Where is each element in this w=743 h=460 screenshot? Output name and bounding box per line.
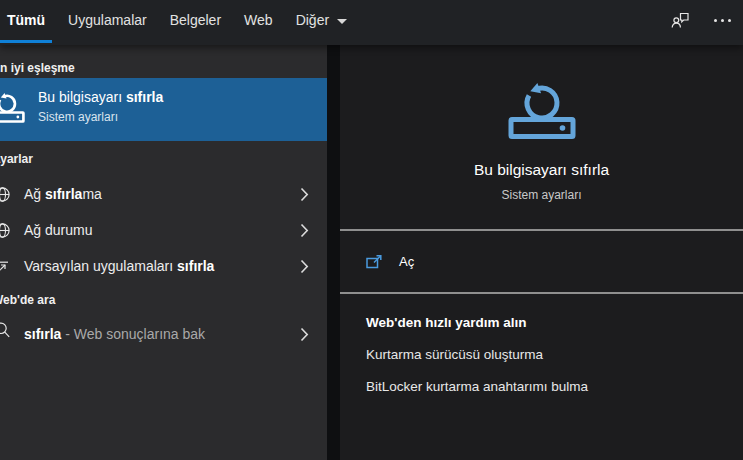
tab-all[interactable]: Tümü bbox=[7, 12, 45, 28]
open-external-icon bbox=[366, 254, 383, 270]
result-web-search[interactable]: sıfırla - Web sonuçlarına bak bbox=[0, 316, 327, 352]
search-icon bbox=[0, 322, 11, 339]
web-search-section-header: Web'de ara bbox=[0, 293, 320, 307]
open-action-label: Aç bbox=[399, 254, 414, 269]
search-results-panel: En iyi eşleşme Bu bilgisayarı sıfırla Si… bbox=[0, 45, 327, 460]
preview-title: Bu bilgisayarı sıfırla bbox=[340, 160, 743, 180]
globe-icon bbox=[0, 222, 11, 239]
active-tab-underline bbox=[0, 40, 52, 43]
settings-section-header: Ayarlar bbox=[0, 152, 320, 166]
best-match-result[interactable]: Bu bilgisayarı sıfırla Sistem ayarları bbox=[0, 78, 327, 141]
tab-web[interactable]: Web bbox=[244, 12, 273, 28]
reset-pc-icon bbox=[0, 92, 25, 128]
more-options-icon[interactable] bbox=[708, 15, 737, 26]
preview-subtitle: Sistem ayarları bbox=[340, 188, 743, 202]
reset-pc-icon-large bbox=[340, 81, 743, 141]
preview-panel: Bu bilgisayarı sıfırla Sistem ayarları A… bbox=[340, 45, 743, 460]
tab-apps[interactable]: Uygulamalar bbox=[68, 12, 147, 28]
tab-apps-label: Uygulamalar bbox=[68, 12, 147, 28]
filter-tabs: Tümü Uygulamalar Belgeler Web Diğer bbox=[0, 0, 743, 40]
help-link-bitlocker-key[interactable]: BitLocker kurtarma anahtarımı bulma bbox=[366, 377, 588, 397]
chevron-down-icon bbox=[337, 19, 347, 24]
default-apps-icon bbox=[0, 258, 11, 275]
web-help-header: Web'den hızlı yardım alın bbox=[366, 313, 527, 333]
tab-more-label: Diğer bbox=[296, 12, 329, 28]
tab-all-label: Tümü bbox=[7, 12, 45, 28]
best-match-header: En iyi eşleşme bbox=[0, 61, 320, 75]
panel-seam bbox=[327, 45, 340, 460]
tab-more[interactable]: Diğer bbox=[296, 12, 347, 28]
search-filter-bar: Tümü Uygulamalar Belgeler Web Diğer bbox=[0, 0, 743, 45]
tab-documents-label: Belgeler bbox=[170, 12, 221, 28]
windows-search-flyout: Tümü Uygulamalar Belgeler Web Diğer En i… bbox=[0, 0, 743, 460]
chevron-right-icon bbox=[300, 327, 309, 346]
feedback-icon[interactable] bbox=[670, 10, 691, 31]
result-network-status[interactable]: Ağ durumu bbox=[0, 212, 327, 248]
topbar-actions bbox=[670, 0, 737, 40]
tab-documents[interactable]: Belgeler bbox=[170, 12, 221, 28]
result-reset-default-apps[interactable]: Varsayılan uygulamaları sıfırla bbox=[0, 248, 327, 284]
chevron-right-icon bbox=[300, 187, 309, 206]
best-match-title: Bu bilgisayarı sıfırla bbox=[38, 88, 163, 107]
open-action[interactable]: Aç bbox=[340, 231, 743, 292]
best-match-subtitle: Sistem ayarları bbox=[38, 110, 163, 124]
divider bbox=[340, 292, 743, 294]
globe-icon bbox=[0, 186, 11, 203]
result-network-reset[interactable]: Ağ sıfırlama bbox=[0, 176, 327, 212]
chevron-right-icon bbox=[300, 223, 309, 242]
tab-web-label: Web bbox=[244, 12, 273, 28]
chevron-right-icon bbox=[300, 259, 309, 278]
help-link-recovery-drive[interactable]: Kurtarma sürücüsü oluşturma bbox=[366, 345, 543, 365]
